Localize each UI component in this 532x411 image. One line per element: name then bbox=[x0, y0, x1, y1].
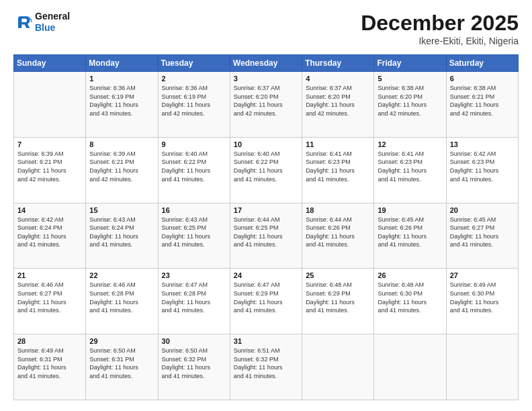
logo: General Blue bbox=[13, 11, 70, 34]
calendar-cell: 17Sunrise: 6:44 AM Sunset: 6:25 PM Dayli… bbox=[230, 203, 302, 269]
weekday-header-tuesday: Tuesday bbox=[158, 55, 230, 72]
day-info: Sunrise: 6:43 AM Sunset: 6:25 PM Dayligh… bbox=[162, 216, 226, 249]
calendar-cell: 21Sunrise: 6:46 AM Sunset: 6:27 PM Dayli… bbox=[14, 269, 86, 334]
day-number: 4 bbox=[306, 75, 370, 83]
logo-line1: General bbox=[35, 11, 70, 21]
day-info: Sunrise: 6:41 AM Sunset: 6:23 PM Dayligh… bbox=[306, 150, 370, 183]
weekday-header-friday: Friday bbox=[374, 55, 446, 72]
calendar-cell: 26Sunrise: 6:48 AM Sunset: 6:30 PM Dayli… bbox=[374, 269, 446, 334]
day-number: 24 bbox=[234, 271, 298, 279]
calendar-cell: 9Sunrise: 6:40 AM Sunset: 6:22 PM Daylig… bbox=[158, 137, 230, 203]
day-number: 13 bbox=[450, 140, 515, 148]
day-info: Sunrise: 6:38 AM Sunset: 6:20 PM Dayligh… bbox=[378, 84, 442, 118]
week-row-0: 1Sunrise: 6:36 AM Sunset: 6:19 PM Daylig… bbox=[14, 72, 519, 138]
day-number: 19 bbox=[378, 206, 442, 214]
day-number: 21 bbox=[17, 271, 82, 279]
day-info: Sunrise: 6:42 AM Sunset: 6:23 PM Dayligh… bbox=[450, 150, 515, 183]
day-number: 6 bbox=[450, 75, 515, 83]
title-block: December 2025 Ikere-Ekiti, Ekiti, Nigeri… bbox=[361, 11, 519, 46]
day-info: Sunrise: 6:36 AM Sunset: 6:19 PM Dayligh… bbox=[89, 84, 154, 118]
page: General Blue December 2025 Ikere-Ekiti, … bbox=[0, 0, 532, 411]
logo-text: General Blue bbox=[35, 11, 70, 34]
day-info: Sunrise: 6:40 AM Sunset: 6:22 PM Dayligh… bbox=[162, 150, 226, 183]
day-number: 17 bbox=[234, 206, 298, 214]
day-number: 26 bbox=[378, 271, 442, 279]
calendar-cell: 19Sunrise: 6:45 AM Sunset: 6:26 PM Dayli… bbox=[374, 203, 446, 269]
day-info: Sunrise: 6:50 AM Sunset: 6:31 PM Dayligh… bbox=[89, 347, 154, 380]
calendar-cell: 14Sunrise: 6:42 AM Sunset: 6:24 PM Dayli… bbox=[14, 203, 86, 269]
week-row-3: 21Sunrise: 6:46 AM Sunset: 6:27 PM Dayli… bbox=[14, 269, 519, 334]
calendar-cell: 28Sunrise: 6:49 AM Sunset: 6:31 PM Dayli… bbox=[14, 334, 86, 400]
day-number: 14 bbox=[17, 206, 82, 214]
day-info: Sunrise: 6:47 AM Sunset: 6:28 PM Dayligh… bbox=[162, 281, 226, 314]
weekday-header-monday: Monday bbox=[86, 55, 158, 72]
week-row-1: 7Sunrise: 6:39 AM Sunset: 6:21 PM Daylig… bbox=[14, 137, 519, 203]
calendar-cell: 23Sunrise: 6:47 AM Sunset: 6:28 PM Dayli… bbox=[158, 269, 230, 334]
logo-icon bbox=[13, 13, 32, 32]
day-info: Sunrise: 6:40 AM Sunset: 6:22 PM Dayligh… bbox=[234, 150, 298, 183]
calendar-cell: 25Sunrise: 6:48 AM Sunset: 6:29 PM Dayli… bbox=[302, 269, 374, 334]
day-number: 8 bbox=[89, 140, 154, 148]
calendar-cell bbox=[446, 334, 518, 400]
day-info: Sunrise: 6:45 AM Sunset: 6:27 PM Dayligh… bbox=[450, 216, 515, 249]
weekday-header-sunday: Sunday bbox=[14, 55, 86, 72]
calendar-cell: 4Sunrise: 6:37 AM Sunset: 6:20 PM Daylig… bbox=[302, 72, 374, 138]
calendar-cell: 5Sunrise: 6:38 AM Sunset: 6:20 PM Daylig… bbox=[374, 72, 446, 138]
day-number: 23 bbox=[162, 271, 226, 279]
header: General Blue December 2025 Ikere-Ekiti, … bbox=[13, 11, 519, 46]
day-number: 29 bbox=[89, 337, 154, 345]
calendar-cell: 22Sunrise: 6:46 AM Sunset: 6:28 PM Dayli… bbox=[86, 269, 158, 334]
day-number: 5 bbox=[378, 75, 442, 83]
calendar-cell: 12Sunrise: 6:41 AM Sunset: 6:23 PM Dayli… bbox=[374, 137, 446, 203]
calendar-cell: 20Sunrise: 6:45 AM Sunset: 6:27 PM Dayli… bbox=[446, 203, 518, 269]
day-info: Sunrise: 6:46 AM Sunset: 6:28 PM Dayligh… bbox=[89, 281, 154, 314]
day-info: Sunrise: 6:41 AM Sunset: 6:23 PM Dayligh… bbox=[378, 150, 442, 183]
calendar-cell: 31Sunrise: 6:51 AM Sunset: 6:32 PM Dayli… bbox=[230, 334, 302, 400]
day-number: 28 bbox=[17, 337, 82, 345]
day-info: Sunrise: 6:36 AM Sunset: 6:19 PM Dayligh… bbox=[162, 84, 226, 118]
calendar-cell bbox=[302, 334, 374, 400]
day-number: 12 bbox=[378, 140, 442, 148]
month-title: December 2025 bbox=[361, 11, 519, 36]
day-info: Sunrise: 6:47 AM Sunset: 6:29 PM Dayligh… bbox=[234, 281, 298, 314]
calendar-cell: 27Sunrise: 6:49 AM Sunset: 6:30 PM Dayli… bbox=[446, 269, 518, 334]
calendar-cell: 16Sunrise: 6:43 AM Sunset: 6:25 PM Dayli… bbox=[158, 203, 230, 269]
day-number: 10 bbox=[234, 140, 298, 148]
day-number: 20 bbox=[450, 206, 515, 214]
day-info: Sunrise: 6:48 AM Sunset: 6:29 PM Dayligh… bbox=[306, 281, 370, 314]
logo-line2: Blue bbox=[35, 22, 55, 33]
day-number: 15 bbox=[89, 206, 154, 214]
day-number: 11 bbox=[306, 140, 370, 148]
weekday-header-wednesday: Wednesday bbox=[230, 55, 302, 72]
day-number: 7 bbox=[17, 140, 82, 148]
day-number: 2 bbox=[162, 75, 226, 83]
week-row-4: 28Sunrise: 6:49 AM Sunset: 6:31 PM Dayli… bbox=[14, 334, 519, 400]
day-info: Sunrise: 6:44 AM Sunset: 6:25 PM Dayligh… bbox=[234, 216, 298, 249]
calendar-table: SundayMondayTuesdayWednesdayThursdayFrid… bbox=[13, 54, 519, 400]
week-row-2: 14Sunrise: 6:42 AM Sunset: 6:24 PM Dayli… bbox=[14, 203, 519, 269]
calendar-cell: 10Sunrise: 6:40 AM Sunset: 6:22 PM Dayli… bbox=[230, 137, 302, 203]
calendar-cell bbox=[374, 334, 446, 400]
calendar-cell: 8Sunrise: 6:39 AM Sunset: 6:21 PM Daylig… bbox=[86, 137, 158, 203]
day-number: 3 bbox=[234, 75, 298, 83]
calendar-cell: 29Sunrise: 6:50 AM Sunset: 6:31 PM Dayli… bbox=[86, 334, 158, 400]
calendar-cell: 15Sunrise: 6:43 AM Sunset: 6:24 PM Dayli… bbox=[86, 203, 158, 269]
day-info: Sunrise: 6:51 AM Sunset: 6:32 PM Dayligh… bbox=[234, 347, 298, 380]
calendar-cell: 13Sunrise: 6:42 AM Sunset: 6:23 PM Dayli… bbox=[446, 137, 518, 203]
day-info: Sunrise: 6:46 AM Sunset: 6:27 PM Dayligh… bbox=[17, 281, 82, 314]
day-info: Sunrise: 6:50 AM Sunset: 6:32 PM Dayligh… bbox=[162, 347, 226, 380]
day-info: Sunrise: 6:37 AM Sunset: 6:20 PM Dayligh… bbox=[306, 84, 370, 118]
day-info: Sunrise: 6:49 AM Sunset: 6:30 PM Dayligh… bbox=[450, 281, 515, 314]
calendar-cell: 30Sunrise: 6:50 AM Sunset: 6:32 PM Dayli… bbox=[158, 334, 230, 400]
calendar-cell: 1Sunrise: 6:36 AM Sunset: 6:19 PM Daylig… bbox=[86, 72, 158, 138]
day-info: Sunrise: 6:43 AM Sunset: 6:24 PM Dayligh… bbox=[89, 216, 154, 249]
day-info: Sunrise: 6:44 AM Sunset: 6:26 PM Dayligh… bbox=[306, 216, 370, 249]
calendar-cell: 2Sunrise: 6:36 AM Sunset: 6:19 PM Daylig… bbox=[158, 72, 230, 138]
day-info: Sunrise: 6:39 AM Sunset: 6:21 PM Dayligh… bbox=[89, 150, 154, 183]
calendar-cell: 6Sunrise: 6:38 AM Sunset: 6:21 PM Daylig… bbox=[446, 72, 518, 138]
calendar-cell: 18Sunrise: 6:44 AM Sunset: 6:26 PM Dayli… bbox=[302, 203, 374, 269]
day-info: Sunrise: 6:39 AM Sunset: 6:21 PM Dayligh… bbox=[17, 150, 82, 183]
day-info: Sunrise: 6:49 AM Sunset: 6:31 PM Dayligh… bbox=[17, 347, 82, 380]
day-number: 18 bbox=[306, 206, 370, 214]
day-number: 22 bbox=[89, 271, 154, 279]
